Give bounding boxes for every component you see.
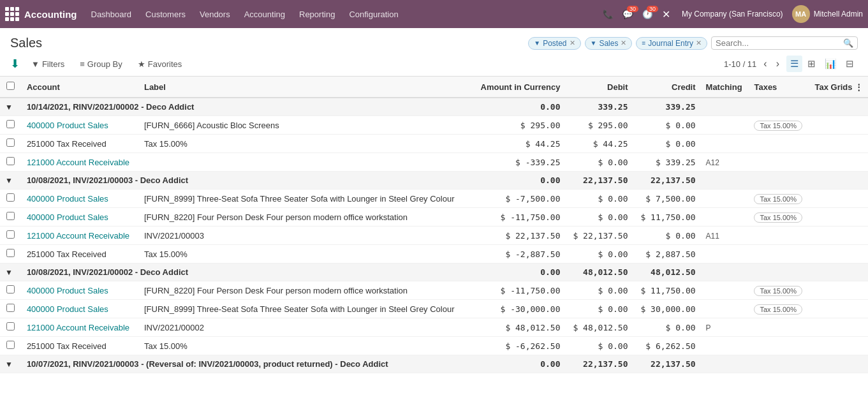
row-checkbox[interactable] xyxy=(6,249,15,257)
row-checkbox[interactable] xyxy=(6,322,15,331)
row-account: 121000 Account Receivable xyxy=(22,318,139,337)
filter-journal-icon: ≡ xyxy=(642,40,645,47)
account-link[interactable]: 121000 Account Receivable xyxy=(27,231,129,241)
menu-configuration[interactable]: Configuration xyxy=(342,6,404,23)
export-button[interactable]: ⬇ xyxy=(10,57,20,71)
group-amount-currency: 0.00 xyxy=(472,98,565,116)
filter-posted[interactable]: ▼ Posted ✕ xyxy=(528,37,580,50)
table-row: 251000 Tax Received Tax 15.00% $ 44.25 $… xyxy=(0,135,868,153)
pivot-view-button[interactable]: ⊟ xyxy=(842,56,858,72)
brand-name: Accounting xyxy=(24,9,77,20)
row-taxes: Tax 15.00% xyxy=(749,300,809,318)
account-link[interactable]: 400000 Product Sales xyxy=(27,304,108,314)
phone-button[interactable]: 📞 xyxy=(600,7,616,22)
row-checkbox[interactable] xyxy=(6,138,15,147)
group-taxgrids xyxy=(809,172,868,189)
menu-accounting[interactable]: Accounting xyxy=(238,6,291,23)
list-view-button[interactable]: ☰ xyxy=(786,56,802,72)
col-taxes: Taxes xyxy=(749,77,809,98)
row-label xyxy=(139,153,472,172)
table-row: 400000 Product Sales [FURN_8220] Four Pe… xyxy=(0,281,868,300)
topnav-menu: Dashboard Customers Vendors Accounting R… xyxy=(85,6,598,23)
account-link[interactable]: 121000 Account Receivable xyxy=(27,158,129,167)
group-amount-currency: 0.00 xyxy=(472,172,565,189)
account-text: 251000 Tax Received xyxy=(27,249,107,259)
filter-sales[interactable]: ▼ Sales ✕ xyxy=(585,37,633,50)
row-debit: $ 0.00 xyxy=(565,153,633,172)
group-matching xyxy=(701,355,749,373)
col-options-icon[interactable]: ⋮ xyxy=(855,82,863,92)
row-debit: $ 0.00 xyxy=(565,300,633,318)
close-button[interactable]: ✕ xyxy=(659,6,673,23)
chevron-icon[interactable]: ▼ xyxy=(5,103,13,112)
table-row: 121000 Account Receivable INV/2021/00002… xyxy=(0,318,868,337)
clock-button[interactable]: 🕐 30 xyxy=(640,7,656,22)
menu-dashboard[interactable]: Dashboard xyxy=(85,6,138,23)
select-all-col xyxy=(0,77,22,98)
next-page-button[interactable]: › xyxy=(774,58,781,70)
prev-page-button[interactable]: ‹ xyxy=(761,58,769,70)
chart-view-button[interactable]: 📊 xyxy=(821,56,841,72)
filter-journal-close[interactable]: ✕ xyxy=(696,39,702,47)
row-check-col xyxy=(0,337,22,355)
brand: Accounting xyxy=(5,7,77,21)
filter-sales-close[interactable]: ✕ xyxy=(621,39,626,47)
filter-journal-entry[interactable]: ≡ Journal Entry ✕ xyxy=(636,37,707,50)
account-link[interactable]: 121000 Account Receivable xyxy=(27,323,129,332)
account-text: 251000 Tax Received xyxy=(27,139,107,149)
group-credit: 48,012.50 xyxy=(633,264,701,281)
row-amount-currency: $ -30,000.00 xyxy=(472,300,565,318)
row-taxes xyxy=(749,153,809,172)
group-label: 10/07/2021, RINV/2021/00003 - (Reversal … xyxy=(22,355,472,373)
groupby-button[interactable]: ≡ Group By xyxy=(76,57,126,71)
row-label: [FURN_6666] Acoustic Bloc Screens xyxy=(139,116,472,135)
toolbar: ⬇ ▼ Filters ≡ Group By ★ Favorites 1-10 … xyxy=(0,53,868,76)
group-row: ▼ 10/14/2021, RINV/2021/00002 - Deco Add… xyxy=(0,98,868,116)
account-link[interactable]: 400000 Product Sales xyxy=(27,194,108,204)
account-link[interactable]: 400000 Product Sales xyxy=(27,121,108,130)
table-body: ▼ 10/14/2021, RINV/2021/00002 - Deco Add… xyxy=(0,98,868,373)
menu-vendors[interactable]: Vendors xyxy=(193,6,237,23)
select-all-checkbox[interactable] xyxy=(6,82,15,90)
row-check-col xyxy=(0,135,22,153)
row-checkbox[interactable] xyxy=(6,212,15,220)
row-check-col xyxy=(0,153,22,172)
favorites-label: Favorites xyxy=(148,59,182,69)
view-buttons: ☰ ⊞ 📊 ⊟ xyxy=(786,56,858,72)
row-checkbox[interactable] xyxy=(6,285,15,293)
search-input-wrap: 🔍 xyxy=(711,36,858,50)
filter-posted-close[interactable]: ✕ xyxy=(570,39,575,47)
row-checkbox[interactable] xyxy=(6,341,15,349)
matching-tag: A11 xyxy=(706,232,719,241)
filter-posted-icon: ▼ xyxy=(534,40,540,47)
row-checkbox[interactable] xyxy=(6,157,15,165)
search-input[interactable] xyxy=(716,38,843,48)
chevron-icon[interactable]: ▼ xyxy=(5,268,13,277)
row-account: 251000 Tax Received xyxy=(22,337,139,355)
matching-tag: A12 xyxy=(706,158,719,167)
row-checkbox[interactable] xyxy=(6,193,15,202)
row-taxes: Tax 15.00% xyxy=(749,189,809,208)
group-row: ▼ 10/08/2021, INV/2021/00002 - Deco Addi… xyxy=(0,264,868,281)
row-amount-currency: $ -11,750.00 xyxy=(472,281,565,300)
row-checkbox[interactable] xyxy=(6,230,15,239)
chat-button[interactable]: 💬 30 xyxy=(620,7,636,22)
row-check-col xyxy=(0,281,22,300)
table-row: 121000 Account Receivable $ -339.25 $ 0.… xyxy=(0,153,868,172)
filters-button[interactable]: ▼ Filters xyxy=(27,57,68,71)
group-debit: 22,137.50 xyxy=(565,355,633,373)
account-link[interactable]: 400000 Product Sales xyxy=(27,212,108,222)
group-taxgrids xyxy=(809,98,868,116)
menu-reporting[interactable]: Reporting xyxy=(293,6,341,23)
account-link[interactable]: 400000 Product Sales xyxy=(27,286,108,295)
kanban-view-button[interactable]: ⊞ xyxy=(804,56,820,72)
page-title: Sales xyxy=(10,36,42,50)
menu-customers[interactable]: Customers xyxy=(139,6,192,23)
row-checkbox[interactable] xyxy=(6,304,15,312)
chevron-icon[interactable]: ▼ xyxy=(5,360,13,369)
row-credit: $ 11,750.00 xyxy=(633,281,701,300)
row-checkbox[interactable] xyxy=(6,120,15,128)
chevron-icon[interactable]: ▼ xyxy=(5,176,13,185)
group-credit: 22,137.50 xyxy=(633,355,701,373)
favorites-button[interactable]: ★ Favorites xyxy=(134,57,186,71)
